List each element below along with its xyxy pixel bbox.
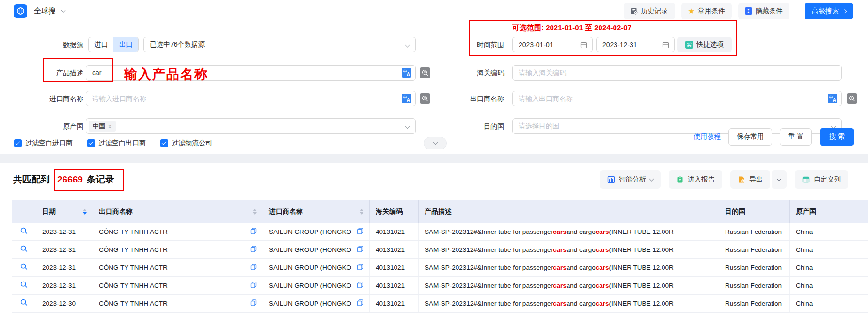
enter-report-label: 进入报告: [688, 175, 715, 184]
desc-text: (INNER TUBE 12.00R: [609, 282, 674, 289]
save-conditions-button[interactable]: 保存常用: [728, 128, 772, 146]
hs-code-cell-text: 40131021: [376, 228, 405, 235]
sort-icon[interactable]: [79, 209, 87, 215]
enter-report-button[interactable]: 进入报告: [669, 170, 722, 189]
importer-input[interactable]: [86, 95, 415, 102]
product-desc-cell: SAM-SP-202312#&Inner tube for passenger …: [419, 241, 719, 258]
col-header-4: 海关编码: [370, 200, 419, 223]
copy-button[interactable]: [354, 228, 363, 236]
checkbox-checked-icon[interactable]: [14, 139, 22, 147]
col-header-3[interactable]: 进口商名称: [263, 200, 370, 223]
sort-icon[interactable]: [356, 209, 363, 215]
hs-code-input[interactable]: [513, 69, 841, 77]
copy-button[interactable]: [247, 282, 257, 290]
row-magnifier-button[interactable]: [20, 245, 28, 254]
table-header: 日期出口商名称进口商名称海关编码产品描述目的国原产国: [12, 200, 868, 223]
exporter-input[interactable]: [513, 95, 841, 102]
checkbox-checked-icon[interactable]: [87, 139, 95, 147]
row-magnifier-button[interactable]: [20, 263, 28, 272]
filter-blank-exporter[interactable]: 过滤空白出口商: [87, 139, 146, 148]
custom-columns-button[interactable]: 自定义列: [795, 170, 848, 189]
desc-text: SAM-SP-202312#&Inner tube for passenger: [425, 246, 553, 253]
exporter-cell: CÔNG TY TNHH ACTR: [93, 277, 263, 294]
smart-analysis-button[interactable]: 智能分析: [600, 170, 661, 189]
time-range-label: 时间范围: [417, 37, 504, 52]
translate-icon[interactable]: 中A: [828, 94, 837, 103]
exporter-cell-text: CÔNG TY TNHH ACTR: [99, 282, 168, 289]
dest-country-placeholder: 请选择目的国: [513, 122, 559, 131]
translate-icon[interactable]: 中A: [402, 94, 411, 103]
import-toggle[interactable]: 进口: [89, 37, 113, 52]
checkbox-checked-icon[interactable]: [160, 139, 168, 147]
tag-close-icon[interactable]: ×: [108, 123, 112, 130]
copy-button[interactable]: [354, 246, 363, 254]
copy-icon: [250, 282, 257, 288]
tutorial-link[interactable]: 使用教程: [694, 133, 721, 141]
filter-logistics[interactable]: 过滤物流公司: [160, 139, 212, 148]
collapse-form-button[interactable]: [424, 137, 447, 149]
col-header-label: 海关编码: [376, 207, 403, 216]
chevron-down-icon[interactable]: [61, 8, 66, 13]
copy-button[interactable]: [247, 264, 257, 272]
export-button[interactable]: 导出: [730, 170, 770, 189]
exporter-cell-text: CÔNG TY TNHH ACTR: [99, 264, 168, 271]
hs-code-cell-text: 40131021: [376, 282, 405, 289]
match-prefix: 共匹配到: [13, 173, 50, 186]
quick-options-button[interactable]: ⌘ 快捷选项: [677, 37, 732, 52]
hs-code-cell: 40131021: [370, 241, 419, 258]
row-magnifier-button[interactable]: [20, 227, 28, 236]
exporter-cell: CÔNG TY TNHH ACTR: [93, 259, 263, 276]
importer-cell-text: SAILUN GROUP (HONGKO: [269, 264, 351, 271]
bi-chart-icon: [607, 176, 615, 183]
copy-button[interactable]: [247, 246, 257, 254]
export-toggle[interactable]: 出口: [113, 37, 138, 52]
translate-a-glyph: A: [407, 72, 410, 77]
copy-button[interactable]: [354, 264, 363, 272]
date-cell: 2023-12-30: [36, 295, 93, 312]
col-header-2[interactable]: 出口商名称: [93, 200, 263, 223]
translate-icon[interactable]: 中A: [402, 68, 411, 78]
date-cell-text: 2023-12-31: [42, 282, 76, 289]
history-button[interactable]: 历史记录: [624, 3, 675, 19]
copy-button[interactable]: [247, 299, 257, 308]
trade-direction-toggle: 进口 出口: [88, 37, 139, 52]
row-magnifier-button[interactable]: [20, 281, 28, 290]
export-label: 导出: [749, 175, 763, 184]
desc-text: SAM-SP-202312#&Inner tube for passenger: [425, 264, 553, 271]
export-more-button[interactable]: [772, 170, 787, 189]
magnifier-icon: [20, 245, 28, 252]
copy-button[interactable]: [354, 299, 363, 308]
datasource-select[interactable]: 已选中76个数据源: [143, 37, 416, 52]
hide-conditions-button[interactable]: 隐藏条件: [738, 3, 789, 19]
date-start-input[interactable]: 2023-01-01: [512, 37, 593, 52]
calendar-icon: [662, 41, 669, 49]
col-header-5: 产品描述: [419, 200, 719, 223]
date-cell-text: 2023-12-31: [42, 246, 76, 253]
row-search-cell: [12, 241, 36, 258]
col-header-1[interactable]: 日期: [36, 200, 93, 223]
date-end-input[interactable]: 2023-12-31: [596, 37, 675, 52]
search-button[interactable]: 搜 索: [820, 128, 854, 146]
translate-a-glyph: A: [407, 98, 410, 103]
product-desc-input[interactable]: [86, 69, 415, 77]
search-form: 数据源 进口 出口 已选中76个数据源 时间范围 2023-01-01 2023…: [0, 22, 868, 154]
custom-columns-label: 自定义列: [814, 175, 841, 184]
date-cell: 2023-12-31: [36, 259, 93, 276]
copy-button[interactable]: [247, 228, 257, 236]
advanced-search-button[interactable]: 高级搜索: [805, 3, 853, 19]
keyword-highlight: cars: [596, 282, 609, 289]
col-header-6: 目的国: [719, 200, 790, 223]
hide-conditions-label: 隐藏条件: [756, 7, 783, 16]
reset-button[interactable]: 重 置: [780, 128, 812, 146]
keyword-highlight: cars: [553, 246, 567, 253]
synonym-search-icon[interactable]: [847, 93, 857, 104]
sort-icon[interactable]: [249, 209, 257, 215]
row-magnifier-button[interactable]: [20, 299, 28, 308]
origin-country-select[interactable]: 中国 ×: [86, 118, 416, 134]
favorites-button[interactable]: ★ 常用条件: [681, 3, 732, 19]
magnifier-lines-glyph: [849, 95, 855, 102]
calendar-icon: [580, 41, 587, 49]
copy-button[interactable]: [354, 282, 363, 290]
desc-text: (INNER TUBE 12.00R: [609, 228, 674, 235]
filter-blank-importer[interactable]: 过滤空白进口商: [14, 139, 73, 148]
